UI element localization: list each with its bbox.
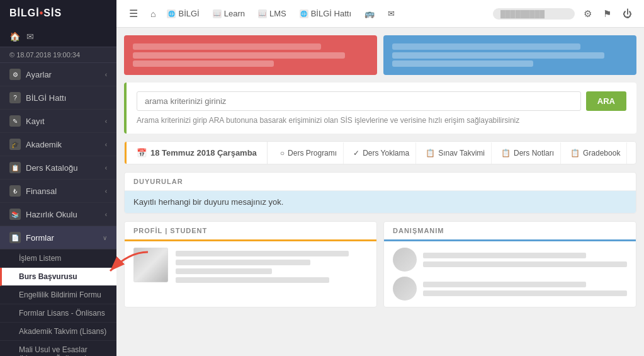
tab-ders-programi[interactable]: ○ Ders Programı <box>274 142 344 164</box>
topnav-email[interactable]: ✉ <box>383 6 400 21</box>
advisor-row-1 <box>393 248 627 272</box>
ders-yoklama-icon: ✓ <box>353 149 359 158</box>
advisor-detail-1 <box>423 261 627 267</box>
sidebar: BİLGİ•SİS 🏠 ✉ © 18.07.2018 19:00:34 ⚙Aya… <box>0 0 116 356</box>
profile-info-line4 <box>176 277 329 283</box>
profile-avatar <box>133 248 168 282</box>
profile-info-line3 <box>176 268 272 274</box>
sidebar-item-formlar[interactable]: 📄Formlar ∨ <box>0 226 116 250</box>
advisor-panel-header: DANIŞMANIM <box>384 222 636 241</box>
sidebar-datetime: © 18.07.2018 19:00:34 <box>0 47 116 63</box>
chevron-icon: ‹ <box>105 211 107 218</box>
main-content: ☰ ⌂ 🌐BİLGİ 📖Learn 📖LMS 🌐BİLGİ Hattı 🚌 ✉ … <box>116 0 644 356</box>
sidebar-item-kayit[interactable]: ✎Kayıt ‹ <box>0 110 116 133</box>
formlar-icon: 📄 <box>9 232 21 243</box>
tab-gradebook[interactable]: 📋 Gradebook <box>564 142 627 164</box>
topnav-lms[interactable]: 📖LMS <box>253 6 291 21</box>
home-icon[interactable]: 🏠 <box>9 32 20 42</box>
logo-text: BİLGİ•SİS <box>9 8 62 19</box>
bilgi-nav-icon: 🌐 <box>167 9 176 18</box>
advisor-panel-body <box>384 241 636 307</box>
chevron-icon: ‹ <box>105 164 107 171</box>
chevron-icon: ‹ <box>105 118 107 125</box>
announcements-section: DUYURULAR Kayıtlı herhangi bir duyuru me… <box>124 172 636 214</box>
sidebar-nav: ⚙Ayarlar ‹ ?BİLGİ Hattı ✎Kayıt ‹ 🎓Akadem… <box>0 63 116 356</box>
tab-ders-notlari[interactable]: 📋 Ders Notları <box>495 142 561 164</box>
lms-nav-icon: 📖 <box>258 9 267 18</box>
profile-panel-header: PROFİL | STUDENT <box>125 222 376 241</box>
banner-left <box>124 35 377 75</box>
chevron-icon: ‹ <box>105 71 107 78</box>
topnav-bilgi-hatti[interactable]: 🌐BİLGİ Hattı <box>295 6 356 21</box>
chevron-icon: ∨ <box>103 234 107 241</box>
flag-icon[interactable]: ⚑ <box>601 6 614 22</box>
topnav: ☰ ⌂ 🌐BİLGİ 📖Learn 📖LMS 🌐BİLGİ Hattı 🚌 ✉ … <box>116 0 644 28</box>
advisor-avatar-1 <box>393 248 417 272</box>
sidebar-item-hazirlik-okulu[interactable]: 📚Hazırlık Okulu ‹ <box>0 203 116 226</box>
advisor-detail-2 <box>423 290 627 296</box>
topnav-right: █████████ ⚙ ⚑ ⏻ <box>493 6 635 22</box>
ders-katalogu-icon: 📋 <box>9 162 21 173</box>
mail-icon[interactable]: ✉ <box>26 32 34 42</box>
power-icon[interactable]: ⏻ <box>620 6 635 21</box>
topnav-learn[interactable]: 📖Learn <box>208 6 250 21</box>
profile-info-line2 <box>176 260 310 265</box>
topnav-user-info: █████████ <box>493 8 575 20</box>
profile-info <box>176 248 368 286</box>
announcements-body: Kayıtlı herhangi bir duyuru mesajınız yo… <box>125 191 636 213</box>
menu-button[interactable]: ☰ <box>126 4 141 23</box>
sidebar-sub-items: İşlem Listem Burs Başvurusu Engellilik B… <box>0 250 116 356</box>
sidebar-sub-formlar-lisans[interactable]: Formlar Lisans - Önlisans <box>0 304 116 323</box>
learn-nav-icon: 📖 <box>213 9 222 18</box>
sidebar-sub-akademik-takvim[interactable]: Akademik Takvim (Lisans) <box>0 323 116 341</box>
advisor-name-2 <box>423 282 586 287</box>
search-hint: Arama kriterinizi girip ARA butonuna bas… <box>137 116 626 125</box>
topnav-bus[interactable]: 🚌 <box>359 6 380 21</box>
sidebar-item-akademik[interactable]: 🎓Akademik ‹ <box>0 133 116 156</box>
profile-panel: PROFİL | STUDENT <box>124 221 377 307</box>
hazirlik-icon: 📚 <box>9 209 21 220</box>
sidebar-item-ders-katalogu[interactable]: 📋Ders Kataloğu ‹ <box>0 156 116 180</box>
sidebar-item-bilgi-hatti[interactable]: ?BİLGİ Hattı <box>0 86 116 110</box>
email-icon: ✉ <box>388 9 395 18</box>
topnav-bilgi[interactable]: 🌐BİLGİ <box>162 6 204 21</box>
sidebar-item-ayarlar[interactable]: ⚙Ayarlar ‹ <box>0 63 116 86</box>
gradebook-icon: 📋 <box>570 149 580 158</box>
bottom-panels: PROFİL | STUDENT DANIŞMANIM <box>124 221 636 307</box>
search-section: ARA Arama kriterinizi girip ARA butonuna… <box>124 83 636 134</box>
sidebar-header-icons: 🏠 ✉ <box>0 26 116 47</box>
akademik-icon: 🎓 <box>9 139 21 150</box>
search-input[interactable] <box>137 91 581 111</box>
page-content: ARA Arama kriterinizi girip ARA butonuna… <box>116 28 644 356</box>
ayarlar-icon: ⚙ <box>9 69 21 80</box>
date-tab: 📅 18 Temmuz 2018 Çarşamba <box>125 142 268 164</box>
tab-sinav-takvimi[interactable]: 📋 Sınav Takvimi <box>419 142 492 164</box>
banner-right-title <box>392 43 628 50</box>
tabs-bar: 📅 18 Temmuz 2018 Çarşamba ○ Ders Program… <box>124 141 636 164</box>
search-row: ARA <box>137 91 626 111</box>
banner-right <box>383 35 636 75</box>
home-nav-icon[interactable]: ⌂ <box>147 6 159 22</box>
bus-icon: 🚌 <box>364 9 375 18</box>
announcement-message: Kayıtlı herhangi bir duyuru mesajınız yo… <box>133 197 283 207</box>
ders-notlari-icon: 📋 <box>501 149 511 158</box>
banners <box>124 35 636 75</box>
tab-ders-yoklama[interactable]: ✓ Ders Yoklama <box>347 142 416 164</box>
sidebar-item-finansal[interactable]: ₺Finansal ‹ <box>0 180 116 203</box>
announcements-header: DUYURULAR <box>125 173 636 191</box>
kayit-icon: ✎ <box>9 115 21 127</box>
finansal-icon: ₺ <box>9 185 21 197</box>
sidebar-sub-islem-listem[interactable]: İşlem Listem <box>0 250 116 268</box>
sidebar-sub-burs-basvurusu[interactable]: Burs Başvurusu <box>0 268 116 286</box>
search-button[interactable]: ARA <box>586 91 626 111</box>
advisor-panel: DANIŞMANIM <box>383 221 636 307</box>
sinav-takvimi-icon: 📋 <box>426 149 435 158</box>
sidebar-sub-mali-usul[interactable]: Mali Usul ve Esaslar (Lisans ve Önlisans… <box>0 341 116 356</box>
settings-icon[interactable]: ⚙ <box>581 6 594 22</box>
sidebar-logo: BİLGİ•SİS <box>0 0 116 26</box>
tab-links: ○ Ders Programı ✓ Ders Yoklama 📋 Sınav T… <box>268 142 634 164</box>
chevron-icon: ‹ <box>105 141 107 148</box>
chevron-icon: ‹ <box>105 188 107 195</box>
sidebar-sub-engellilik[interactable]: Engellilik Bildirimi Formu <box>0 286 116 304</box>
advisor-avatar-2 <box>393 277 417 301</box>
